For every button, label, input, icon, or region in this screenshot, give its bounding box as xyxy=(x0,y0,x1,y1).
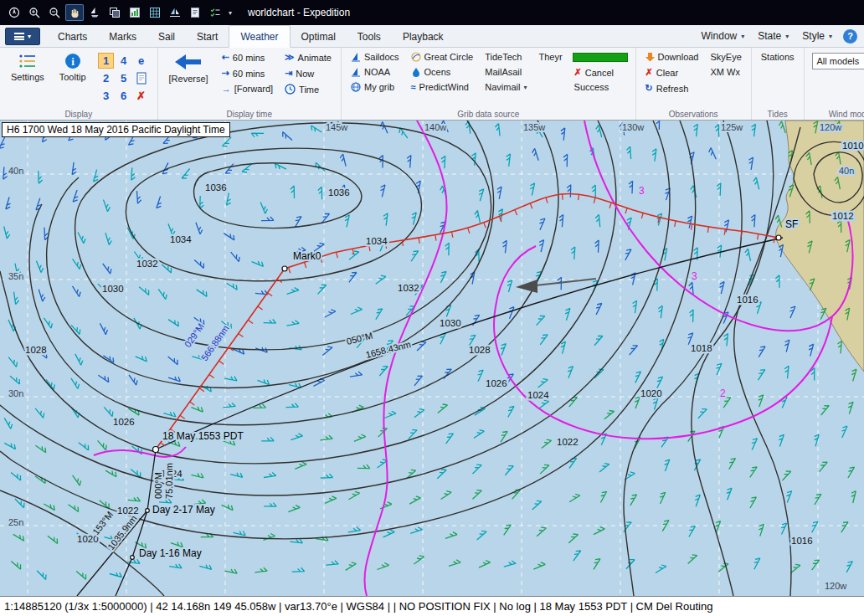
tab-tools[interactable]: Tools xyxy=(347,25,392,47)
ocens-button[interactable]: Ocens xyxy=(409,66,476,78)
isochrone-tick xyxy=(219,361,224,364)
theyr-button[interactable]: Theyr xyxy=(537,51,563,63)
xmwx-button[interactable]: XM Wx xyxy=(708,66,743,78)
map-label: Mark0 xyxy=(293,250,321,262)
settings-button[interactable]: Settings xyxy=(8,51,48,84)
map-label: 1020 xyxy=(77,534,99,544)
tab-playback[interactable]: Playback xyxy=(392,25,455,47)
globe-icon xyxy=(351,82,361,92)
isochrone-tick xyxy=(546,198,548,203)
zoom-out-icon[interactable] xyxy=(45,4,64,21)
wind-barb xyxy=(501,344,506,356)
app-logo-icon[interactable] xyxy=(5,4,23,21)
display-preset-3[interactable]: 3 xyxy=(98,88,114,104)
forward-button[interactable]: →[Forward] xyxy=(220,83,275,95)
isochrone-tick xyxy=(609,203,611,208)
tab-marks[interactable]: Marks xyxy=(98,25,147,47)
menu-style[interactable]: Style▾ xyxy=(796,27,838,45)
my-grib-button[interactable]: My grib xyxy=(349,81,401,93)
tab-charts[interactable]: Charts xyxy=(47,25,98,47)
cancel-x-icon: ✗ xyxy=(574,67,582,78)
time-button[interactable]: Time xyxy=(283,83,333,95)
wind-barb xyxy=(261,217,274,221)
wind-barb xyxy=(407,156,411,168)
ribbon: Settings i Tooltip 1 2 3 4 5 6 e ✗ Displ… xyxy=(0,48,864,121)
display-preset-e[interactable]: e xyxy=(133,53,149,69)
menu-window[interactable]: Window▾ xyxy=(696,27,751,45)
mark0-marker[interactable] xyxy=(282,266,287,271)
navimail-button[interactable]: Navimail▾ xyxy=(483,81,528,93)
help-icon[interactable]: ? xyxy=(843,29,857,44)
wind-barb xyxy=(288,506,300,512)
wind-barb xyxy=(411,251,419,261)
day1-marker[interactable] xyxy=(131,556,135,560)
notes-icon[interactable] xyxy=(186,4,204,21)
reverse-button[interactable]: [Reverse] xyxy=(166,51,212,85)
wind-barb xyxy=(594,336,603,346)
wind-models-select[interactable]: All models ▾ xyxy=(812,53,864,69)
grib-grid-icon[interactable] xyxy=(146,4,164,21)
tooltip-button[interactable]: i Tooltip xyxy=(56,51,90,84)
fwd-60-button[interactable]: ⇢60 mins xyxy=(220,67,275,80)
display-preset-4[interactable]: 4 xyxy=(116,53,131,69)
menu-state[interactable]: State▾ xyxy=(752,27,795,45)
display-preset-1[interactable]: 1 xyxy=(98,53,114,69)
stations-button[interactable]: Stations xyxy=(759,51,796,63)
predictwind-button[interactable]: ≈PredictWind xyxy=(409,81,476,93)
sail-chart-icon[interactable] xyxy=(166,4,184,21)
chart-canvas[interactable]: H6 1700 Wed 18 May 2016 Pacific Daylight… xyxy=(0,121,864,596)
checklist-icon[interactable] xyxy=(206,4,224,21)
now-button[interactable]: ⇥Now xyxy=(283,67,333,80)
clear-display-button[interactable]: ✗ xyxy=(133,88,149,104)
wind-barb xyxy=(449,560,460,567)
wind-barb xyxy=(197,290,207,297)
windows-icon[interactable] xyxy=(105,4,124,21)
wind-barb xyxy=(325,310,336,317)
display-preset-6[interactable]: 6 xyxy=(116,88,131,104)
great-circle-button[interactable]: Great Circle xyxy=(409,51,476,63)
map-label: 1030 xyxy=(102,284,124,294)
refresh-button[interactable]: ↻Refresh xyxy=(644,82,701,95)
tab-optimal[interactable]: Optimal xyxy=(291,25,347,47)
wind-barb xyxy=(168,320,179,326)
download-button[interactable]: Download xyxy=(644,51,701,63)
isochrone-tick xyxy=(594,198,595,203)
magenta-contour-line xyxy=(94,447,186,457)
sf-marker[interactable] xyxy=(776,235,781,240)
animate-button[interactable]: ≫Animate xyxy=(283,51,333,64)
wind-barb xyxy=(73,475,81,485)
zoom-in-icon[interactable] xyxy=(25,4,44,21)
app-menu-button[interactable]: ▾ xyxy=(5,28,40,45)
chart-table-icon[interactable] xyxy=(126,4,144,21)
wind-barb xyxy=(287,288,299,295)
day2-marker[interactable] xyxy=(146,509,150,513)
wind-barb xyxy=(410,527,422,534)
tab-sail[interactable]: Sail xyxy=(147,25,186,47)
wind-barb xyxy=(752,124,756,136)
notes-page-button[interactable] xyxy=(133,70,149,86)
boat-icon[interactable] xyxy=(85,4,104,21)
display-preset-5[interactable]: 5 xyxy=(116,70,131,86)
clear-button[interactable]: ✗Clear xyxy=(644,66,701,79)
back-60-button[interactable]: ⇠60 mins xyxy=(220,51,275,64)
wind-barb xyxy=(635,397,640,408)
display-preset-2[interactable]: 2 xyxy=(98,70,114,86)
mailasail-button[interactable]: MailAsail xyxy=(483,66,528,78)
tab-weather[interactable]: Weather xyxy=(229,25,290,48)
cancel-button[interactable]: ✗Cancel xyxy=(573,66,628,79)
wind-barb xyxy=(752,439,758,450)
boat-marker[interactable] xyxy=(153,447,159,453)
noaa-button[interactable]: NOAA xyxy=(349,66,401,78)
titlebar: ▾ worldchart - Expedition xyxy=(0,0,864,25)
pan-hand-icon[interactable] xyxy=(65,4,84,21)
wind-barb xyxy=(36,261,43,273)
tidetech-button[interactable]: TideTech xyxy=(483,51,528,63)
saildocs-button[interactable]: Saildocs xyxy=(349,51,401,63)
tab-start[interactable]: Start xyxy=(186,25,229,47)
red-route-line[interactable] xyxy=(156,194,779,449)
quick-access-caret-icon[interactable]: ▾ xyxy=(229,9,232,17)
skyeye-button[interactable]: SkyEye xyxy=(708,51,743,63)
map-label: 1028 xyxy=(25,345,47,355)
wind-barb xyxy=(445,532,457,539)
great-circle-icon xyxy=(411,52,421,62)
